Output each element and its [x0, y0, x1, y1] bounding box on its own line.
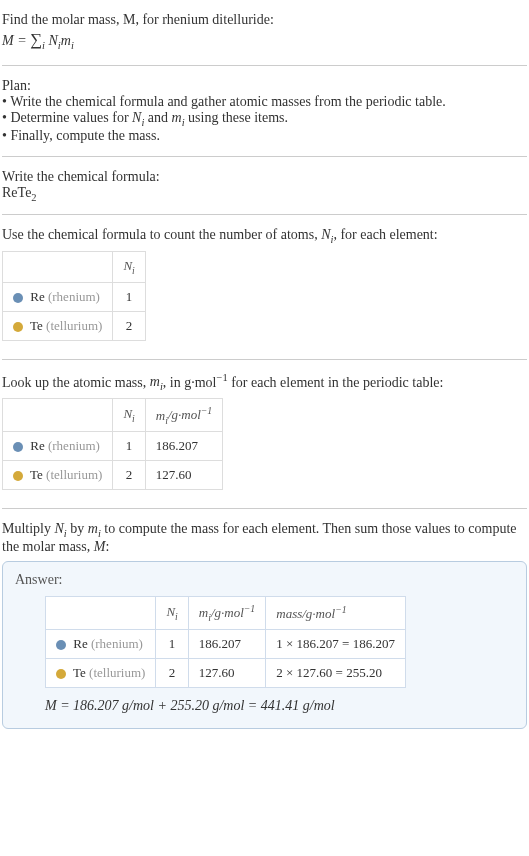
- col-m-header: mi/g·mol−1: [145, 399, 222, 432]
- formula-subscript: 2: [31, 191, 36, 202]
- table-row: Te (tellurium) 2: [3, 311, 146, 340]
- n-value: 2: [113, 461, 145, 490]
- m-value: 186.207: [188, 629, 265, 658]
- element-dot-icon: [56, 669, 66, 679]
- element-cell-re: Re (rhenium): [3, 282, 113, 311]
- element-symbol: Te: [30, 467, 43, 482]
- element-dot-icon: [13, 322, 23, 332]
- element-dot-icon: [13, 293, 23, 303]
- element-cell-re: Re (rhenium): [46, 629, 156, 658]
- masses-section: Look up the atomic mass, mi, in g·mol−1 …: [2, 368, 527, 500]
- n-value: 1: [113, 432, 145, 461]
- element-name: (rhenium): [91, 636, 143, 651]
- masses-heading: Look up the atomic mass, mi, in g·mol−1 …: [2, 372, 527, 392]
- element-name: (rhenium): [48, 289, 100, 304]
- intro-section: Find the molar mass, M, for rhenium dite…: [2, 8, 527, 57]
- divider: [2, 508, 527, 509]
- element-cell-re: Re (rhenium): [3, 432, 113, 461]
- element-name: (tellurium): [46, 467, 102, 482]
- count-heading: Use the chemical formula to count the nu…: [2, 227, 527, 245]
- formula-rhs: Nimi: [49, 33, 74, 48]
- col-n-header: Ni: [156, 596, 188, 629]
- plan-bullet-2: • Determine values for Ni and mi using t…: [2, 110, 527, 128]
- chemical-formula-heading: Write the chemical formula:: [2, 169, 527, 185]
- m-value: 127.60: [188, 658, 265, 687]
- answer-box: Answer: Ni mi/g·mol−1 mass/g·mol−1 Re (r…: [2, 561, 527, 729]
- n-value: 1: [113, 282, 145, 311]
- col-m-header: mi/g·mol−1: [188, 596, 265, 629]
- element-symbol: Te: [30, 318, 43, 333]
- m-value: 127.60: [145, 461, 222, 490]
- count-table: Ni Re (rhenium) 1 Te (tellurium) 2: [2, 251, 146, 341]
- calc-value: 1 × 186.207 = 186.207: [266, 629, 406, 658]
- col-n-header: Ni: [113, 252, 145, 283]
- formula-lhs: M =: [2, 33, 30, 48]
- table-row: Re (rhenium) 1 186.207: [3, 432, 223, 461]
- element-symbol: Re: [73, 636, 87, 651]
- answer-table: Ni mi/g·mol−1 mass/g·mol−1 Re (rhenium) …: [45, 596, 406, 688]
- chemical-formula-value: ReTe2: [2, 185, 527, 203]
- plan-bullet-3: • Finally, compute the mass.: [2, 128, 527, 144]
- multiply-heading: Multiply Ni by mi to compute the mass fo…: [2, 521, 527, 555]
- answer-label: Answer:: [15, 572, 514, 588]
- formula-base: ReTe: [2, 185, 31, 200]
- calc-value: 2 × 127.60 = 255.20: [266, 658, 406, 687]
- molar-mass-formula: M = ∑i Nimi: [2, 28, 527, 53]
- plan-section: Plan: • Write the chemical formula and g…: [2, 74, 527, 148]
- element-cell-te: Te (tellurium): [46, 658, 156, 687]
- table-row: Te (tellurium) 2 127.60 2 × 127.60 = 255…: [46, 658, 406, 687]
- masses-table: Ni mi/g·mol−1 Re (rhenium) 1 186.207 Te …: [2, 398, 223, 490]
- intro-line: Find the molar mass, M, for rhenium dite…: [2, 12, 527, 28]
- sigma-symbol: ∑: [30, 30, 42, 49]
- col-n-header: Ni: [113, 399, 145, 432]
- table-header-row: Ni: [3, 252, 146, 283]
- empty-header: [46, 596, 156, 629]
- sigma-index: i: [42, 40, 45, 51]
- table-header-row: Ni mi/g·mol−1 mass/g·mol−1: [46, 596, 406, 629]
- element-name: (tellurium): [89, 665, 145, 680]
- count-section: Use the chemical formula to count the nu…: [2, 223, 527, 350]
- n-value: 2: [113, 311, 145, 340]
- final-answer: M = 186.207 g/mol + 255.20 g/mol = 441.4…: [45, 698, 514, 714]
- n-value: 2: [156, 658, 188, 687]
- multiply-section: Multiply Ni by mi to compute the mass fo…: [2, 517, 527, 733]
- element-name: (rhenium): [48, 438, 100, 453]
- m-value: 186.207: [145, 432, 222, 461]
- table-row: Re (rhenium) 1 186.207 1 × 186.207 = 186…: [46, 629, 406, 658]
- divider: [2, 214, 527, 215]
- empty-header: [3, 399, 113, 432]
- table-row: Re (rhenium) 1: [3, 282, 146, 311]
- table-header-row: Ni mi/g·mol−1: [3, 399, 223, 432]
- n-value: 1: [156, 629, 188, 658]
- col-mass-header: mass/g·mol−1: [266, 596, 406, 629]
- divider: [2, 156, 527, 157]
- element-cell-te: Te (tellurium): [3, 461, 113, 490]
- element-dot-icon: [56, 640, 66, 650]
- plan-heading: Plan:: [2, 78, 527, 94]
- element-cell-te: Te (tellurium): [3, 311, 113, 340]
- element-symbol: Te: [73, 665, 86, 680]
- divider: [2, 359, 527, 360]
- element-symbol: Re: [30, 289, 44, 304]
- empty-header: [3, 252, 113, 283]
- plan-bullet-1: • Write the chemical formula and gather …: [2, 94, 527, 110]
- table-row: Te (tellurium) 2 127.60: [3, 461, 223, 490]
- element-dot-icon: [13, 442, 23, 452]
- chemical-formula-section: Write the chemical formula: ReTe2: [2, 165, 527, 207]
- element-name: (tellurium): [46, 318, 102, 333]
- divider: [2, 65, 527, 66]
- element-symbol: Re: [30, 438, 44, 453]
- element-dot-icon: [13, 471, 23, 481]
